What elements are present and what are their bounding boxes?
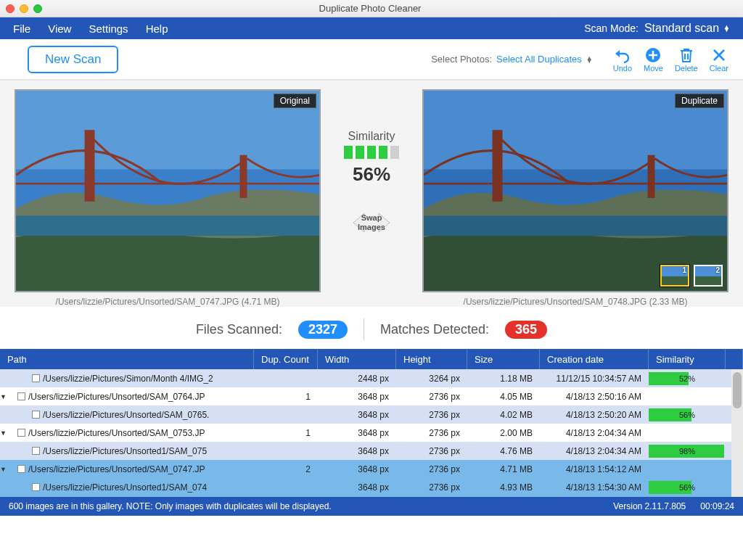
similarity-cell	[649, 427, 726, 440]
table-header: Path Dup. Count Width Height Size Creati…	[0, 349, 743, 369]
duplicate-panel: Duplicate 1 2 /Users/lizzie/Pictures/Uns…	[422, 89, 728, 307]
sim-bar	[379, 146, 387, 159]
results-table: Path Dup. Count Width Height Size Creati…	[0, 349, 743, 497]
menu-view[interactable]: View	[48, 22, 71, 35]
table-row[interactable]: ▼ /Users/lizzie/Pictures/Unsorted/SAM_07…	[0, 460, 743, 478]
statusbar: 600 images are in this gallery. NOTE: On…	[0, 497, 743, 516]
clear-button[interactable]: Clear	[710, 46, 728, 73]
disclosure-triangle-icon[interactable]: ▼	[0, 393, 7, 400]
row-path: /Users/lizzie/Pictures/Unsorted1/SAM_075	[43, 446, 207, 456]
similarity-cell	[649, 390, 726, 403]
row-path: /Users/lizzie/Pictures/Unsorted1/SAM_074	[43, 482, 207, 493]
similarity-cell: 56%	[649, 408, 726, 421]
vertical-scrollbar[interactable]	[731, 369, 743, 497]
col-path[interactable]: Path	[0, 349, 254, 369]
row-checkbox[interactable]	[32, 447, 40, 455]
similarity-bars	[344, 146, 399, 159]
row-checkbox[interactable]	[17, 429, 25, 437]
row-checkbox[interactable]	[32, 411, 40, 419]
svg-rect-5	[85, 130, 95, 202]
svg-rect-11	[493, 130, 503, 202]
similarity-cell: 98%	[649, 445, 726, 458]
bridge-photo-icon	[16, 91, 319, 291]
svg-rect-9	[424, 216, 727, 236]
elapsed-time: 00:09:24	[700, 501, 734, 511]
select-photos-label: Select Photos:	[431, 54, 492, 65]
row-checkbox[interactable]	[17, 465, 25, 473]
toolbar: New Scan Select Photos: Select All Dupli…	[0, 39, 743, 80]
similarity-label: Similarity	[348, 130, 395, 143]
disclosure-triangle-icon[interactable]: ▼	[0, 466, 7, 473]
menu-help[interactable]: Help	[146, 22, 168, 35]
table-row[interactable]: /Users/lizzie/Pictures/Unsorted1/SAM_075…	[0, 442, 743, 460]
row-checkbox[interactable]	[32, 374, 40, 382]
select-photos-dropdown[interactable]: Select All Duplicates	[496, 54, 582, 65]
table-body[interactable]: /Users/lizzie/Pictures/Simon/Month 4/IMG…	[0, 369, 743, 497]
compare-area: Original /Users/lizzie/Pictures/Unsorted…	[0, 80, 743, 307]
row-path: /Users/lizzie/Pictures/Simon/Month 4/IMG…	[43, 374, 213, 384]
col-similarity[interactable]: Similarity	[649, 349, 726, 369]
compare-center: Similarity 56% Swap Images	[328, 89, 415, 307]
row-path: /Users/lizzie/Pictures/Unsorted/SAM_0747…	[28, 464, 205, 474]
matches-value: 365	[505, 321, 547, 339]
svg-rect-3	[16, 216, 319, 236]
table-row[interactable]: /Users/lizzie/Pictures/Simon/Month 4/IMG…	[0, 369, 743, 387]
table-row[interactable]: /Users/lizzie/Pictures/Unsorted1/SAM_074…	[0, 478, 743, 496]
plus-circle-icon	[644, 46, 662, 64]
duplicate-caption: /Users/lizzie/Pictures/Unsorted/SAM_0748…	[422, 297, 728, 307]
col-width[interactable]: Width	[318, 349, 396, 369]
sim-bar	[356, 146, 364, 159]
table-row[interactable]: /Users/lizzie/Pictures/Unsorted/SAM_0748…	[0, 496, 743, 497]
status-message: 600 images are in this gallery. NOTE: On…	[9, 501, 332, 511]
original-caption: /Users/lizzie/Pictures/Unsorted/SAM_0747…	[15, 297, 321, 307]
disclosure-triangle-icon[interactable]: ▼	[0, 429, 7, 437]
col-creation-date[interactable]: Creation date	[540, 349, 649, 369]
undo-icon	[614, 46, 631, 64]
original-panel: Original /Users/lizzie/Pictures/Unsorted…	[15, 89, 321, 307]
scrollbar-thumb[interactable]	[733, 372, 742, 408]
delete-button[interactable]: Delete	[675, 46, 698, 73]
thumbnail-2[interactable]: 2	[694, 265, 723, 287]
original-image[interactable]: Original	[15, 89, 321, 292]
menu-settings[interactable]: Settings	[89, 22, 128, 35]
clear-icon	[710, 46, 728, 64]
sim-bar	[344, 146, 353, 159]
chevron-updown-icon[interactable]: ▲▼	[586, 57, 593, 62]
table-row[interactable]: ▼ /Users/lizzie/Pictures/Unsorted/SAM_07…	[0, 424, 743, 442]
version-label: Version 2.11.7.805	[613, 501, 686, 511]
col-height[interactable]: Height	[396, 349, 467, 369]
files-scanned-value: 2327	[298, 321, 348, 339]
table-row[interactable]: /Users/lizzie/Pictures/Unsorted/SAM_0765…	[0, 405, 743, 424]
minimize-window-icon[interactable]	[20, 4, 28, 13]
sim-bar	[367, 146, 376, 159]
thumbnail-1[interactable]: 1	[660, 265, 689, 287]
col-size[interactable]: Size	[467, 349, 540, 369]
close-window-icon[interactable]	[6, 4, 15, 13]
undo-button[interactable]: Undo	[613, 46, 632, 73]
similarity-cell: 56%	[649, 481, 726, 494]
swap-images-button[interactable]: Swap Images	[342, 205, 401, 241]
sim-bar	[390, 146, 399, 159]
row-checkbox[interactable]	[32, 483, 40, 491]
sort-icon[interactable]: ▲▼	[723, 25, 730, 31]
row-checkbox[interactable]	[17, 392, 25, 400]
window-title: Duplicate Photo Cleaner	[42, 3, 698, 14]
similarity-cell: 52%	[649, 372, 726, 385]
trash-icon	[678, 46, 695, 64]
row-path: /Users/lizzie/Pictures/Unsorted/SAM_0764…	[28, 392, 205, 402]
bridge-photo-icon	[424, 91, 727, 291]
table-row[interactable]: ▼ /Users/lizzie/Pictures/Unsorted/SAM_07…	[0, 387, 743, 405]
menu-file[interactable]: File	[13, 22, 30, 35]
original-tag: Original	[274, 94, 316, 108]
move-button[interactable]: Move	[644, 46, 663, 73]
zoom-window-icon[interactable]	[33, 4, 42, 13]
scan-mode-dropdown[interactable]: Standard scan	[644, 22, 719, 35]
matches-label: Matches Detected:	[380, 322, 489, 337]
stats-divider	[364, 318, 364, 340]
duplicate-image[interactable]: Duplicate 1 2	[422, 89, 728, 292]
new-scan-button[interactable]: New Scan	[28, 46, 118, 73]
similarity-percentage: 56%	[353, 163, 390, 186]
row-path: /Users/lizzie/Pictures/Unsorted/SAM_0765…	[43, 410, 209, 420]
col-dup-count[interactable]: Dup. Count	[254, 349, 318, 369]
stats-row: Files Scanned: 2327 Matches Detected: 36…	[0, 307, 743, 349]
